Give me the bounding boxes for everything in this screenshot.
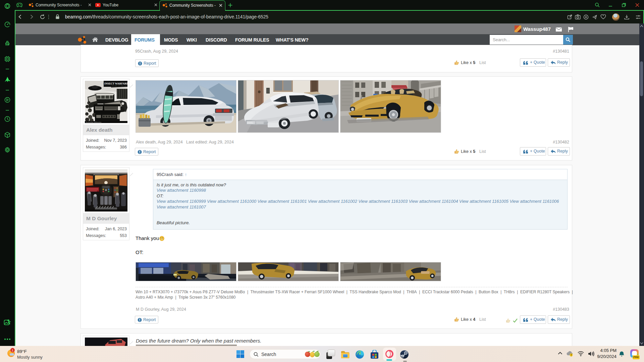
svg-text:Evolved Into Obliteration: Evolved Into Obliteration xyxy=(86,121,102,123)
